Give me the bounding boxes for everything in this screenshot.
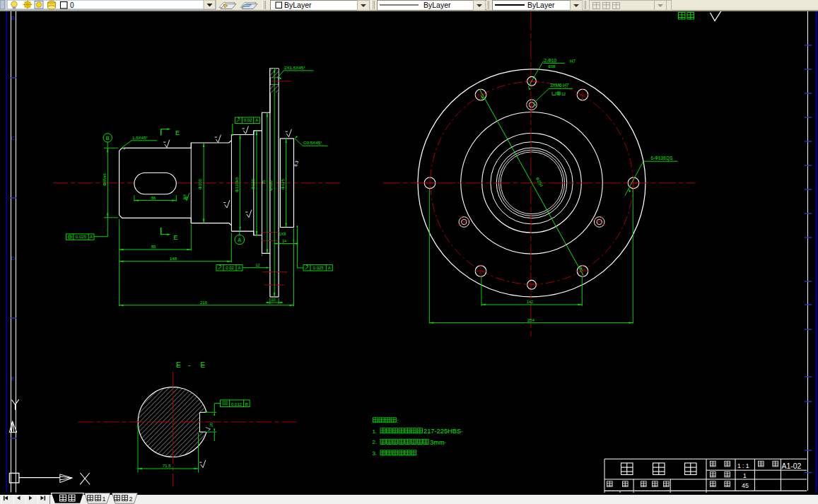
svg-text:12: 12: [256, 263, 260, 267]
svg-text:A: A: [90, 235, 93, 239]
svg-text:217-225HBS·: 217-225HBS·: [423, 428, 463, 435]
svg-text:0.025: 0.025: [313, 266, 325, 270]
svg-text:E: E: [201, 361, 206, 369]
svg-text:6-Φ13EQS: 6-Φ13EQS: [651, 156, 673, 161]
svg-text:12: 12: [561, 92, 566, 96]
svg-text:2-Φ10: 2-Φ10: [544, 58, 557, 63]
svg-text:3mm·: 3mm·: [430, 439, 446, 446]
svg-text:3.: 3.: [373, 450, 378, 457]
svg-text:E: E: [175, 129, 180, 136]
svg-text:216: 216: [200, 300, 208, 305]
svg-text:A: A: [328, 266, 331, 270]
svg-text:71.5: 71.5: [163, 464, 171, 468]
svg-text:148: 148: [170, 257, 177, 261]
svg-text:Φ100: Φ100: [198, 179, 202, 189]
svg-text:E: E: [174, 234, 178, 241]
svg-text:-: -: [188, 361, 190, 369]
svg-text:A: A: [238, 266, 240, 270]
svg-text:0: 0: [70, 1, 74, 9]
svg-text:2: 2: [129, 496, 133, 503]
svg-text:A1-02: A1-02: [782, 462, 802, 470]
svg-text:14: 14: [282, 239, 286, 243]
svg-text:254: 254: [527, 318, 535, 322]
svg-text:75: 75: [262, 180, 266, 184]
svg-text:1: 1: [103, 496, 106, 503]
svg-text:2.: 2.: [373, 439, 378, 445]
svg-text:1.5X45°: 1.5X45°: [132, 135, 148, 140]
svg-text:H7: H7: [570, 59, 576, 64]
svg-text:E: E: [11, 375, 15, 382]
svg-text:B: B: [11, 15, 15, 21]
svg-text:85: 85: [151, 245, 156, 249]
svg-text:1.: 1.: [373, 428, 378, 435]
svg-text:Φ130: Φ130: [251, 179, 255, 189]
svg-text:Φ320: Φ320: [269, 180, 273, 191]
svg-text:0.012: 0.012: [231, 402, 243, 406]
svg-text:1X8: 1X8: [279, 232, 286, 236]
svg-text:C0.5X45°: C0.5X45°: [303, 140, 322, 145]
svg-text:E08: E08: [549, 64, 556, 69]
svg-text:45: 45: [742, 482, 749, 489]
svg-text:1 : 1: 1 : 1: [737, 462, 749, 469]
svg-text:D: D: [11, 255, 16, 262]
svg-text::: :: [397, 418, 399, 424]
svg-text:0.02: 0.02: [226, 266, 234, 270]
svg-text:6.3: 6.3: [293, 160, 299, 167]
svg-text:B: B: [245, 402, 248, 406]
svg-text:56: 56: [151, 196, 156, 200]
svg-text:1: 1: [743, 472, 747, 479]
svg-text:E: E: [176, 361, 181, 369]
svg-text:B: B: [106, 135, 110, 141]
svg-text:0.02: 0.02: [244, 118, 252, 122]
svg-text:10: 10: [271, 298, 276, 302]
svg-text:0.025: 0.025: [76, 235, 87, 239]
svg-text:3XM6-H7: 3XM6-H7: [550, 83, 569, 88]
svg-text:2X1.5X45°: 2X1.5X45°: [284, 65, 305, 70]
svg-text:Φ120k6: Φ120k6: [235, 177, 239, 192]
svg-text:20: 20: [209, 423, 214, 427]
svg-text:142: 142: [527, 300, 533, 304]
svg-text:A: A: [255, 118, 258, 122]
svg-text:Φ65k6: Φ65k6: [103, 173, 107, 186]
svg-text:Φ125: Φ125: [281, 179, 285, 189]
svg-text:C: C: [11, 135, 16, 141]
svg-text:A: A: [238, 237, 241, 243]
svg-text:Φ254: Φ254: [535, 177, 544, 188]
